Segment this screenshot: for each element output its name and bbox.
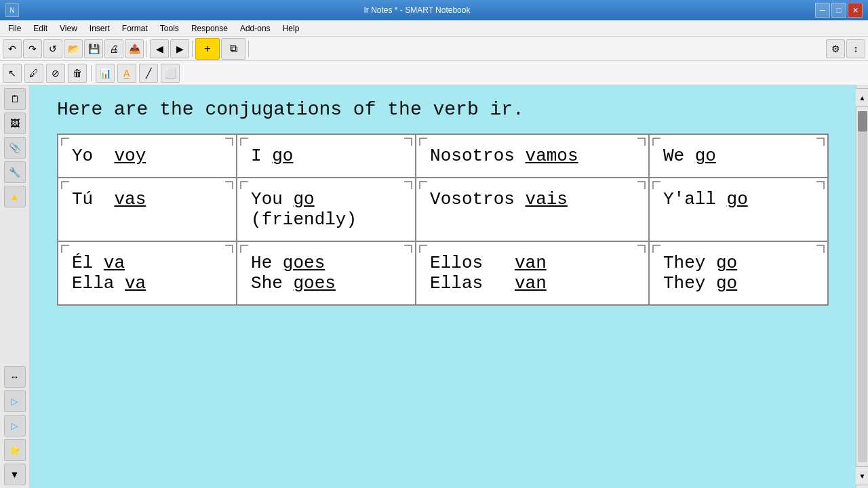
verb-go-1: go bbox=[272, 146, 293, 166]
content-area: Here are the conjugations of the verb ir… bbox=[30, 85, 856, 488]
cell-nosotros: Nosotros vamos bbox=[416, 134, 649, 178]
table-row: Tú vas You go(friendly) Vosotros vais Y'… bbox=[58, 178, 828, 241]
menu-response[interactable]: Response bbox=[186, 22, 233, 35]
open-button[interactable]: 📂 bbox=[64, 39, 83, 58]
cell-tu: Tú vas bbox=[58, 178, 237, 241]
menu-file[interactable]: File bbox=[3, 22, 26, 35]
nav-next[interactable]: ▷ bbox=[4, 415, 26, 436]
redo-forward-button[interactable]: ↷ bbox=[23, 39, 42, 58]
eraser-tool[interactable]: ⊘ bbox=[46, 64, 65, 83]
menubar: File Edit View Insert Format Tools Respo… bbox=[0, 20, 868, 37]
menu-tools[interactable]: Tools bbox=[155, 22, 184, 35]
table-row: Él va Ella va He goes She goes Ellos van… bbox=[58, 241, 828, 305]
redo-button[interactable]: ↺ bbox=[43, 39, 62, 58]
back-button[interactable]: ◀ bbox=[150, 39, 169, 58]
menu-help[interactable]: Help bbox=[277, 22, 305, 35]
titlebar-title: Ir Notes * - SMART Notebook bbox=[19, 5, 815, 15]
separator2 bbox=[192, 41, 193, 57]
page-heading: Here are the conjugations of the verb ir… bbox=[57, 99, 829, 120]
scroll-up-button[interactable]: ↕ bbox=[846, 39, 865, 58]
verb-va-ella: va bbox=[125, 273, 146, 293]
menu-addons[interactable]: Add-ons bbox=[235, 22, 276, 35]
scroll-thumb[interactable] bbox=[858, 111, 867, 131]
print-button[interactable]: 🖨 bbox=[104, 39, 123, 58]
menu-view[interactable]: View bbox=[54, 22, 83, 35]
undo-button[interactable]: ↶ bbox=[3, 39, 22, 58]
cell-el-ella: Él va Ella va bbox=[58, 241, 237, 305]
menu-format[interactable]: Format bbox=[117, 22, 153, 35]
corner-decoration-tr bbox=[404, 181, 412, 189]
properties-button[interactable]: 🔧 bbox=[4, 161, 26, 183]
corner-decoration-tr bbox=[225, 138, 233, 146]
maximize-button[interactable]: □ bbox=[831, 3, 846, 18]
right-scrollbar: ▲ ▼ bbox=[856, 85, 868, 488]
table-row: Yo voy I go Nosotros vamos We go bbox=[58, 134, 828, 178]
verb-goes-he: goes bbox=[283, 253, 325, 273]
titlebar-controls: ─ □ ✕ bbox=[815, 3, 863, 18]
close-button[interactable]: ✕ bbox=[848, 3, 863, 18]
nav-left[interactable]: ↔ bbox=[4, 366, 26, 388]
cell-yall-go: Y'all go bbox=[649, 178, 828, 241]
attach-button[interactable]: 📎 bbox=[4, 137, 26, 159]
settings-button[interactable]: ⚙ bbox=[826, 39, 845, 58]
corner-decoration bbox=[240, 245, 248, 253]
save-button[interactable]: 💾 bbox=[84, 39, 103, 58]
titlebar: N Ir Notes * - SMART Notebook ─ □ ✕ bbox=[0, 0, 868, 20]
menu-insert[interactable]: Insert bbox=[84, 22, 115, 35]
scroll-track[interactable] bbox=[858, 111, 867, 462]
clone-button[interactable]: ⧉ bbox=[221, 38, 245, 60]
line-tool[interactable]: ╱ bbox=[139, 64, 158, 83]
corner-decoration-tr bbox=[404, 138, 412, 146]
corner-decoration bbox=[419, 245, 427, 253]
export-button[interactable]: 📤 bbox=[125, 39, 144, 58]
corner-decoration bbox=[240, 181, 248, 189]
corner-decoration-tr bbox=[637, 181, 646, 189]
cell-i-go: I go bbox=[237, 134, 416, 178]
forward-button[interactable]: ▶ bbox=[170, 39, 189, 58]
page-thumbnail-button[interactable]: 🗒 bbox=[4, 88, 26, 110]
corner-decoration-tr bbox=[816, 138, 825, 146]
chart-tool[interactable]: 📊 bbox=[96, 64, 115, 83]
corner-decoration bbox=[419, 138, 427, 146]
verb-van-ellas: van bbox=[515, 273, 547, 293]
verb-vamos: vamos bbox=[526, 146, 578, 166]
separator3 bbox=[248, 41, 249, 57]
gallery-button[interactable]: 🖼 bbox=[4, 113, 26, 134]
cell-we-go: We go bbox=[649, 134, 828, 178]
corner-decoration bbox=[652, 245, 660, 253]
conjugation-table: Yo voy I go Nosotros vamos We go bbox=[57, 134, 829, 306]
corner-decoration-tr bbox=[816, 245, 825, 253]
minimize-button[interactable]: ─ bbox=[815, 3, 830, 18]
verb-va-el: va bbox=[104, 253, 125, 273]
corner-decoration bbox=[61, 138, 69, 146]
toolbar2: ↖ 🖊 ⊘ 🗑 📊 A̲ ╱ ⬜ bbox=[0, 61, 868, 85]
fill-button[interactable]: ▲ bbox=[4, 186, 26, 207]
star-button[interactable]: ⭐ bbox=[4, 439, 26, 461]
add-page-button[interactable]: + bbox=[195, 38, 220, 60]
corner-decoration bbox=[652, 138, 660, 146]
cell-they-go: They go They go bbox=[649, 241, 828, 305]
verb-go-you: go bbox=[293, 189, 314, 209]
corner-decoration-tr bbox=[816, 181, 825, 189]
cell-vosotros: Vosotros vais bbox=[416, 178, 649, 241]
pen-tool[interactable]: 🖊 bbox=[24, 64, 43, 83]
cell-yo: Yo voy bbox=[58, 134, 237, 178]
corner-decoration bbox=[61, 245, 69, 253]
corner-decoration bbox=[61, 181, 69, 189]
corner-decoration-tr bbox=[225, 245, 233, 253]
corner-decoration bbox=[240, 138, 248, 146]
separator1 bbox=[146, 41, 147, 57]
sep-t2 bbox=[91, 65, 92, 81]
verb-go-we: go bbox=[695, 146, 716, 166]
verb-vais: vais bbox=[526, 189, 568, 209]
shape-tool[interactable]: ⬜ bbox=[161, 64, 180, 83]
down-arrow[interactable]: ▼ bbox=[4, 464, 26, 485]
verb-go-they2: go bbox=[716, 273, 737, 293]
select-tool[interactable]: ↖ bbox=[3, 64, 22, 83]
nav-prev[interactable]: ▷ bbox=[4, 390, 26, 412]
highlight-tool[interactable]: A̲ bbox=[117, 64, 136, 83]
menu-edit[interactable]: Edit bbox=[28, 22, 53, 35]
verb-goes-she: goes bbox=[293, 273, 335, 293]
clear-tool[interactable]: 🗑 bbox=[68, 64, 87, 83]
left-sidebar: 🗒 🖼 📎 🔧 ▲ ↔ ▷ ▷ ⭐ ▼ bbox=[0, 85, 30, 488]
